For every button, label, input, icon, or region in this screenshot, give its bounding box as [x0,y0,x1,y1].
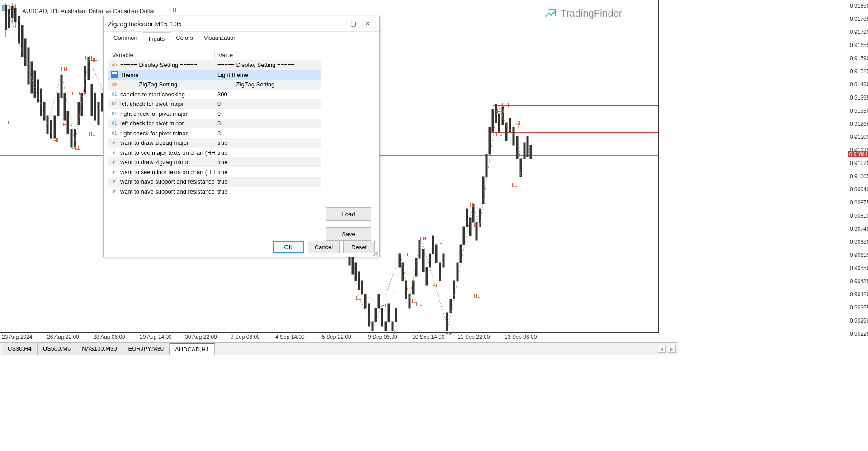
svg-rect-34 [84,66,86,93]
bool-icon: ↱ [111,140,118,146]
price-tick: 0.91590 [850,55,868,62]
param-value: 9 [217,110,221,117]
param-variable: candles to start checking [120,91,185,98]
param-value: true [217,139,227,146]
svg-rect-19 [34,71,36,98]
param-row[interactable]: 01left check for pivot minor3 [108,119,321,128]
maximize-icon[interactable]: ▢ [346,19,360,29]
save-button[interactable]: Save [326,227,371,241]
param-variable: want to draw zigzag major [120,139,189,146]
param-variable: Theme [120,71,138,78]
pivot-label: HH [502,102,509,108]
param-row[interactable]: 01right check for pivot major9 [108,109,321,119]
close-icon[interactable]: ✕ [360,19,375,29]
param-row[interactable]: 01right check for pivot minor3 [108,128,321,138]
dialog-tab-inputs[interactable]: Inputs [143,32,170,45]
param-variable: ===== ZigZag Setting ===== [120,81,196,88]
load-button[interactable]: Load [326,207,371,221]
pivot-label: HL [63,122,69,127]
price-tick: 0.91265 [850,121,868,127]
param-row[interactable]: ↱want to see major texts on chart (HH-HL… [108,148,321,158]
pivot-label: HH [90,57,98,63]
price-tick: 0.91200 [850,134,868,140]
ok-button[interactable]: OK [273,241,304,253]
pivot-label: LH [392,290,399,295]
price-tick: 0.90615 [850,252,868,258]
svg-rect-90 [513,127,514,145]
svg-rect-67 [435,245,437,263]
reset-button[interactable]: Reset [343,241,375,253]
svg-rect-36 [91,84,93,116]
time-tick: 5 Sep 22:00 [322,334,351,340]
svg-rect-42 [352,256,354,274]
svg-rect-53 [388,304,390,322]
price-tick: 0.90225 [850,331,868,337]
chart-tab[interactable]: NAS100,M30 [76,343,123,355]
param-value: 3 [217,130,221,137]
tab-prev-icon[interactable]: ◂ [658,345,666,353]
param-row[interactable]: ↱want to draw zigzag majortrue [108,138,321,148]
param-value: 9 [217,100,221,107]
params-table[interactable]: Variable Value ab===== Display Setting =… [108,50,321,233]
svg-rect-38 [98,102,99,125]
minimize-icon[interactable]: — [331,19,346,29]
svg-rect-25 [54,116,56,138]
param-row[interactable]: ab===== Display Setting ========== Displ… [108,60,321,70]
price-tick: 0.91070 [850,160,868,166]
dialog-tabbar: CommonInputsColorsVisualization [104,32,379,45]
param-row[interactable]: ↱want to see minor texts on chart (HH-HL… [108,167,321,177]
resize-grip-icon[interactable] [373,251,378,256]
param-row[interactable]: ↱want to have support and resistance lin… [108,177,321,187]
dialog-tab-visualization[interactable]: Visualization [198,32,242,45]
dialog-tab-common[interactable]: Common [108,32,143,45]
pivot-label: HL [432,283,439,288]
price-tick: 0.90745 [850,226,868,232]
svg-rect-22 [43,102,45,120]
param-row[interactable]: 01candles to start checking300 [108,90,321,100]
svg-rect-27 [61,75,62,98]
svg-rect-47 [368,304,370,326]
param-variable: ===== Display Setting ===== [120,62,197,68]
time-tick: 13 Sep 06:00 [505,334,537,340]
svg-rect-23 [47,116,48,134]
svg-rect-63 [422,249,424,272]
param-row[interactable]: ↱want to draw zigzag minortrue [108,157,321,167]
app-root: AUDCAD, H1: Australian Dollar vs Canadia… [0,0,868,451]
svg-rect-24 [50,120,52,138]
param-value: true [217,149,227,156]
chart-tab[interactable]: US500,M5 [38,343,76,355]
number-icon: 01 [111,101,118,107]
cancel-button[interactable]: Cancel [308,241,340,253]
param-row[interactable]: 01left check for pivot major9 [108,99,321,109]
param-row[interactable]: ↱want to have support and resistance lin… [108,187,321,197]
param-row[interactable]: ab===== ZigZag Setting ========== ZigZag… [108,80,321,90]
svg-rect-14 [18,16,20,43]
param-row[interactable]: ThemeLight theme [108,70,321,80]
chart-tab[interactable]: AUDCAD,H1 [170,343,215,355]
dialog-tab-colors[interactable]: Colors [170,32,198,45]
time-tick: 30 Aug 22:00 [185,334,217,340]
time-tick: 11 Sep 22:00 [458,334,490,340]
number-icon: 01 [111,91,118,97]
number-icon: 01 [111,130,118,136]
watermark: TradingFinder [544,7,622,20]
chart-tab[interactable]: US30,H4 [2,343,38,355]
svg-rect-44 [358,272,360,290]
watermark-text: TradingFinder [561,8,622,19]
price-tick: 0.90680 [850,239,868,245]
col-value[interactable]: Value [215,50,321,60]
dialog-titlebar[interactable]: Zigzag Indicator MT5 1.05 — ▢ ✕ [104,16,379,32]
chart-tab[interactable]: EURJPY,M30 [123,343,170,355]
pivot-label: HL [410,298,416,304]
price-tick: 0.91655 [850,42,868,48]
pivot-label: LL [512,182,517,188]
col-variable[interactable]: Variable [108,50,215,60]
svg-rect-15 [21,25,23,57]
svg-rect-54 [392,322,393,331]
tab-next-icon[interactable]: ▸ [668,345,676,353]
bool-icon: ↱ [111,169,118,175]
pivot-label: HH [470,202,477,208]
svg-rect-43 [355,263,357,281]
svg-rect-95 [530,145,532,159]
param-variable: want to draw zigzag minor [120,159,189,166]
